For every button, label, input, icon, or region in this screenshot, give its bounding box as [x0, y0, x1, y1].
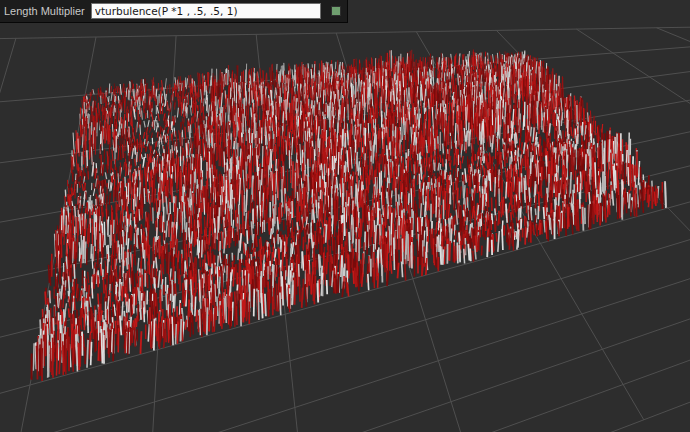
expression-input[interactable] — [91, 3, 321, 19]
expression-toolbar: Length Multiplier — [0, 0, 348, 23]
length-multiplier-label: Length Multiplier — [4, 5, 85, 17]
expression-enabled-indicator[interactable] — [331, 6, 341, 16]
viewport-canvas[interactable] — [0, 0, 690, 432]
3d-viewport: Length Multiplier — [0, 0, 690, 432]
